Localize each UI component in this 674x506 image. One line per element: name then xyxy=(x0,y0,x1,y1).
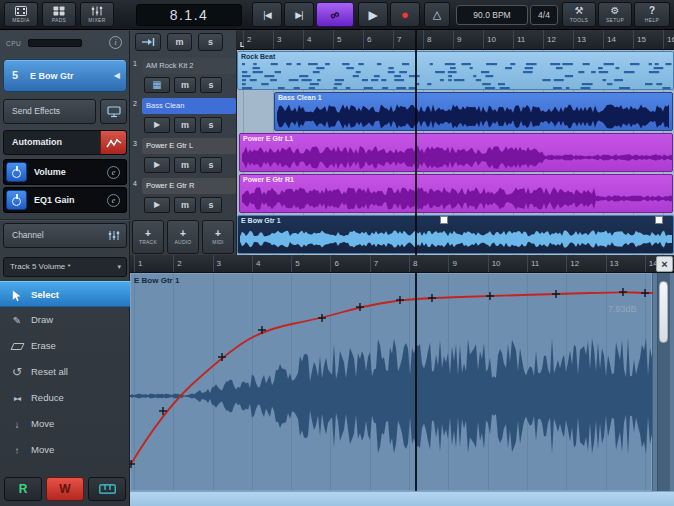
editor-ruler[interactable]: 1 2 3 4 5 6 7 8 9 10 11 12 13 14 xyxy=(130,255,674,273)
record-button[interactable]: ● xyxy=(390,2,420,27)
metronome-button[interactable]: △ xyxy=(424,2,450,27)
play-button[interactable]: ▶ xyxy=(358,2,388,27)
ruler-tick[interactable]: 4 xyxy=(252,255,291,272)
mute-button[interactable]: m xyxy=(174,157,196,173)
time-signature-display[interactable]: 4/4 xyxy=(530,5,558,25)
audio-clip-bass-clean[interactable]: Bass Clean 1 xyxy=(274,92,673,131)
tool-reduce[interactable]: ▸◂ Reduce xyxy=(0,385,130,411)
solo-all-button[interactable]: s xyxy=(198,33,223,51)
ruler-tick[interactable]: 1 xyxy=(134,255,173,272)
automation-param-eq1-gain[interactable]: EQ1 Gain e xyxy=(3,187,127,213)
automation-curve[interactable] xyxy=(130,273,674,491)
track-play-icon[interactable]: ▶ xyxy=(144,197,170,213)
left-locator-marker[interactable]: L xyxy=(240,41,244,48)
ruler-tick[interactable]: 14 xyxy=(603,30,633,49)
add-track-button[interactable]: + TRACK xyxy=(132,220,164,254)
edit-badge[interactable]: e xyxy=(107,194,120,207)
drum-pad-icon[interactable]: ▦ xyxy=(144,77,170,93)
solo-button[interactable]: s xyxy=(200,157,222,173)
ruler-tick[interactable]: 9 xyxy=(448,255,487,272)
keys-editor-button[interactable] xyxy=(88,477,126,501)
ruler-tick[interactable]: 4 xyxy=(303,30,333,49)
automation-lane[interactable]: E Bow Gtr 1 7.93dB xyxy=(130,273,674,491)
track-play-icon[interactable]: ▶ xyxy=(144,117,170,133)
track-row-3[interactable]: 3 Power E Gtr L ▶ m s xyxy=(130,138,237,176)
clip-resize-handle[interactable] xyxy=(440,216,448,224)
insert-effects-button[interactable] xyxy=(100,99,127,124)
playhead[interactable] xyxy=(415,273,417,491)
mute-all-button[interactable]: m xyxy=(167,33,192,51)
ruler-tick[interactable]: 10 xyxy=(488,255,527,272)
add-audio-track-button[interactable]: + AUDIO xyxy=(167,220,199,254)
ruler-tick[interactable]: 5 xyxy=(291,255,330,272)
tool-move-up[interactable]: ↑ Move xyxy=(0,437,130,463)
ruler-tick[interactable]: 16 xyxy=(663,30,674,49)
audio-clip-power-e-gtr-l[interactable]: Power E Gtr L1 xyxy=(239,133,673,172)
track-row-2[interactable]: 2 Bass Clean ▶ m s xyxy=(130,98,237,136)
ruler-tick[interactable]: 12 xyxy=(543,30,573,49)
tool-erase[interactable]: Erase xyxy=(0,333,130,359)
pads-button[interactable]: PADS xyxy=(42,2,76,27)
automation-parameter-selector[interactable]: Track 5 Volume * ▾ xyxy=(3,257,127,277)
edit-badge[interactable]: e xyxy=(107,166,120,179)
auto-scroll-button[interactable] xyxy=(135,33,161,51)
tempo-display[interactable]: 90.0 BPM xyxy=(456,5,528,25)
ruler-tick[interactable]: 3 xyxy=(273,30,303,49)
track-play-icon[interactable]: ▶ xyxy=(144,157,170,173)
ruler-tick[interactable]: 13 xyxy=(573,30,603,49)
audio-clip-e-bow-gtr[interactable]: E Bow Gtr 1 xyxy=(237,215,674,254)
power-toggle[interactable] xyxy=(6,190,27,210)
playhead[interactable] xyxy=(415,30,417,255)
read-automation-button[interactable]: R xyxy=(4,477,42,501)
tool-draw[interactable]: ✎ Draw xyxy=(0,307,130,333)
ruler-tick[interactable]: 8 xyxy=(423,30,453,49)
ruler-tick[interactable]: 15 xyxy=(633,30,663,49)
channel-button[interactable]: Channel xyxy=(3,223,127,248)
power-toggle[interactable] xyxy=(6,162,27,182)
setup-button[interactable]: ⚙ SETUP xyxy=(598,2,632,27)
close-editor-button[interactable]: × xyxy=(656,256,673,272)
add-midi-track-button[interactable]: + MIDI xyxy=(202,220,234,254)
tool-move-down[interactable]: ↓ Move xyxy=(0,411,130,437)
tools-button[interactable]: ⚒ TOOLS xyxy=(562,2,596,27)
ruler-tick[interactable]: 11 xyxy=(527,255,566,272)
horizontal-scrollbar[interactable] xyxy=(130,491,674,506)
ruler-tick[interactable]: 2 xyxy=(173,255,212,272)
selected-track-tile[interactable]: 5 E Bow Gtr ◀ xyxy=(3,59,127,92)
ruler-tick[interactable]: 11 xyxy=(513,30,543,49)
ruler-tick[interactable]: 10 xyxy=(483,30,513,49)
clip-resize-handle[interactable] xyxy=(655,216,663,224)
solo-button[interactable]: s xyxy=(200,117,222,133)
solo-button[interactable]: s xyxy=(200,77,222,93)
ruler-tick[interactable]: 7 xyxy=(370,255,409,272)
ruler-tick[interactable]: 12 xyxy=(566,255,605,272)
tool-reset-all[interactable]: ↺ Reset all xyxy=(0,359,130,385)
mute-button[interactable]: m xyxy=(174,77,196,93)
ruler-tick[interactable]: 6 xyxy=(330,255,369,272)
track-row-4[interactable]: 4 Power E Gtr R ▶ m s xyxy=(130,178,237,216)
rewind-to-start-button[interactable]: |◀ xyxy=(252,2,282,27)
audio-clip-power-e-gtr-r[interactable]: Power E Gtr R1 xyxy=(239,174,673,213)
media-button[interactable]: MEDIA xyxy=(4,2,38,27)
vertical-scrollbar-thumb[interactable] xyxy=(659,281,668,343)
mute-button[interactable]: m xyxy=(174,117,196,133)
track-row-1[interactable]: 1 AM Rock Kit 2 ▦ m s xyxy=(130,58,237,96)
automation-param-volume[interactable]: Volume e xyxy=(3,159,127,185)
forward-to-end-button[interactable]: ▶| xyxy=(284,2,314,27)
ruler-tick[interactable]: 9 xyxy=(453,30,483,49)
timeline-ruler[interactable]: 2 3 4 5 6 7 8 9 10 11 12 13 14 15 16 xyxy=(237,30,674,50)
write-automation-button[interactable]: W xyxy=(46,477,84,501)
ruler-tick[interactable]: 5 xyxy=(333,30,363,49)
tool-select[interactable]: Select xyxy=(0,281,130,307)
ruler-tick[interactable]: 3 xyxy=(213,255,252,272)
ruler-tick[interactable]: 6 xyxy=(363,30,393,49)
ruler-tick[interactable]: 7 xyxy=(393,30,423,49)
mixer-button[interactable]: MIXER xyxy=(80,2,114,27)
help-button[interactable]: ? HELP xyxy=(634,2,670,27)
cycle-button[interactable]: ∞ xyxy=(316,2,354,27)
ruler-tick[interactable]: 13 xyxy=(606,255,645,272)
automation-header[interactable]: Automation xyxy=(3,130,127,155)
midi-clip-rock-beat[interactable]: Rock Beat xyxy=(237,51,674,90)
solo-button[interactable]: s xyxy=(200,197,222,213)
ruler-tick[interactable]: 8 xyxy=(409,255,448,272)
